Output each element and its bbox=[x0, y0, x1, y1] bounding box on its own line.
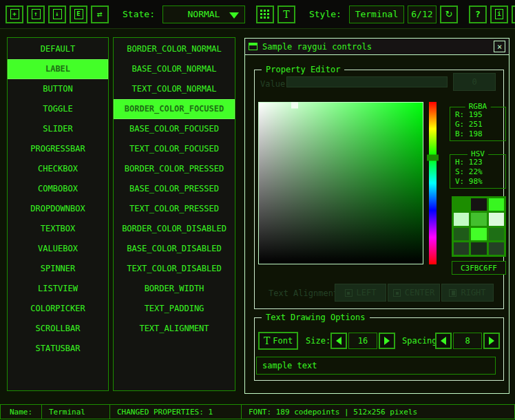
color-swatch[interactable] bbox=[489, 213, 504, 225]
control-item-slider[interactable]: SLIDER bbox=[8, 119, 108, 139]
align-right-button[interactable]: RIGHT bbox=[441, 284, 494, 302]
control-item-button[interactable]: BUTTON bbox=[8, 79, 108, 99]
grid-icon bbox=[260, 10, 269, 19]
help-button[interactable]: ? bbox=[469, 6, 487, 23]
arrow-right-icon bbox=[489, 337, 494, 345]
state-dropdown[interactable]: NORMAL bbox=[162, 6, 245, 23]
size-valuebox[interactable]: 16 bbox=[348, 333, 377, 349]
color-swatch[interactable] bbox=[471, 213, 486, 225]
control-item-toggle[interactable]: TOGGLE bbox=[8, 99, 108, 119]
control-item-statusbar[interactable]: STATUSBAR bbox=[8, 339, 108, 359]
help-icon: ? bbox=[475, 10, 481, 19]
control-item-scrollbar[interactable]: SCROLLBAR bbox=[8, 319, 108, 339]
control-item-textbox[interactable]: TEXTBOX bbox=[8, 219, 108, 239]
align-center-button[interactable]: CENTER bbox=[388, 284, 440, 302]
close-icon[interactable]: × bbox=[494, 41, 505, 52]
statusbar-style-name: Terminal bbox=[41, 404, 110, 419]
style-name-button[interactable]: Terminal bbox=[349, 6, 404, 23]
color-swatch[interactable] bbox=[489, 198, 504, 211]
spacing-decrease-button[interactable] bbox=[435, 333, 452, 349]
control-item-valuebox[interactable]: VALUEBOX bbox=[8, 239, 108, 259]
hue-slider[interactable] bbox=[429, 102, 437, 264]
info-icon: i bbox=[495, 9, 503, 19]
size-label: Size: bbox=[306, 336, 330, 346]
property-item-text_alignment[interactable]: TEXT_ALIGNMENT bbox=[114, 319, 235, 339]
property-item-base_color_pressed[interactable]: BASE_COLOR_PRESSED bbox=[114, 179, 235, 199]
value-label: Value: bbox=[260, 79, 290, 89]
control-item-spinner[interactable]: SPINNER bbox=[8, 259, 108, 279]
control-item-label[interactable]: LABEL bbox=[8, 59, 108, 79]
font-atlas-button[interactable]: T bbox=[277, 6, 295, 23]
style-counter-button[interactable]: 6/12 bbox=[408, 6, 437, 23]
control-item-colorpicker[interactable]: COLORPICKER bbox=[8, 299, 108, 319]
load-style-button[interactable]: ↑ bbox=[27, 6, 45, 23]
property-item-base_color_normal[interactable]: BASE_COLOR_NORMAL bbox=[114, 59, 235, 79]
property-item-text_color_focused[interactable]: TEXT_COLOR_FOCUSED bbox=[114, 139, 235, 159]
property-item-text_padding[interactable]: TEXT_PADDING bbox=[114, 299, 235, 319]
control-item-dropdownbox[interactable]: DROPDOWNBOX bbox=[8, 199, 108, 219]
control-item-default[interactable]: DEFAULT bbox=[8, 39, 108, 59]
property-item-text_color_disabled[interactable]: TEXT_COLOR_DISABLED bbox=[114, 259, 235, 279]
align-left-button[interactable]: LEFT bbox=[335, 284, 386, 302]
color-swatch[interactable] bbox=[454, 242, 469, 255]
new-file-icon: + bbox=[10, 9, 19, 19]
sample-textbox[interactable]: sample text bbox=[256, 357, 496, 375]
hue-slider-knob[interactable] bbox=[427, 154, 439, 160]
property-item-border_color_focused[interactable]: BORDER_COLOR_FOCUSED bbox=[114, 99, 235, 119]
control-item-combobox[interactable]: COMBOBOX bbox=[8, 179, 108, 199]
color-cursor[interactable] bbox=[291, 102, 298, 108]
about-button[interactable]: i bbox=[490, 6, 508, 23]
align-left-label: LEFT bbox=[357, 288, 377, 297]
load-font-button[interactable]: T Font bbox=[258, 332, 298, 350]
value-spinner[interactable]: 0 bbox=[453, 73, 496, 91]
color-swatch[interactable] bbox=[454, 228, 469, 240]
align-right-label: RIGHT bbox=[461, 288, 485, 297]
text-drawing-options-group: Text Drawing Options T Font Size: 16 Spa… bbox=[254, 317, 504, 381]
color-swatch[interactable] bbox=[454, 198, 469, 211]
style-table-button[interactable] bbox=[256, 6, 274, 23]
property-item-border_color_pressed[interactable]: BORDER_COLOR_PRESSED bbox=[114, 159, 235, 179]
save-style-button[interactable]: ↓ bbox=[48, 6, 66, 23]
chevron-down-icon bbox=[229, 12, 239, 19]
property-item-base_color_focused[interactable]: BASE_COLOR_FOCUSED bbox=[114, 119, 235, 139]
sample-text-value: sample text bbox=[262, 361, 317, 370]
rgba-b-value: B: 198 bbox=[455, 129, 501, 139]
color-swatch[interactable] bbox=[489, 228, 504, 240]
window-titlebar[interactable]: Sample raygui controls × bbox=[245, 39, 509, 55]
rgba-group: RGBA R: 195 G: 251 B: 198 bbox=[450, 107, 506, 141]
randomize-style-button[interactable]: ⇄ bbox=[91, 6, 109, 23]
export-file-icon: E bbox=[74, 9, 83, 19]
color-swatch[interactable] bbox=[471, 242, 486, 255]
color-swatch[interactable] bbox=[471, 198, 486, 211]
color-saturation-value-panel[interactable] bbox=[258, 102, 423, 264]
size-decrease-button[interactable] bbox=[330, 333, 347, 349]
value-slider[interactable] bbox=[286, 76, 448, 87]
property-item-base_color_disabled[interactable]: BASE_COLOR_DISABLED bbox=[114, 239, 235, 259]
spacing-valuebox[interactable]: 8 bbox=[453, 333, 482, 349]
statusbar-font-info: FONT: 189 codepoints | 512x256 pixels bbox=[241, 404, 515, 419]
reload-style-button[interactable]: ↻ bbox=[440, 6, 458, 23]
color-swatch[interactable] bbox=[454, 213, 469, 225]
sample-controls-window: Sample raygui controls × Property Editor… bbox=[244, 38, 509, 394]
open-file-icon: ↑ bbox=[32, 9, 41, 19]
hex-color-textbox[interactable]: C3FBC6FF bbox=[452, 261, 506, 275]
export-style-button[interactable]: E bbox=[70, 6, 87, 23]
color-swatch[interactable] bbox=[471, 228, 486, 240]
property-item-border_width[interactable]: BORDER_WIDTH bbox=[114, 279, 235, 299]
size-increase-button[interactable] bbox=[379, 333, 395, 349]
property-item-text_color_pressed[interactable]: TEXT_COLOR_PRESSED bbox=[114, 199, 235, 219]
style-counter-value: 6/12 bbox=[411, 9, 432, 19]
new-style-button[interactable]: + bbox=[6, 6, 23, 23]
control-item-progressbar[interactable]: PROGRESSBAR bbox=[8, 139, 108, 159]
property-item-border_color_normal[interactable]: BORDER_COLOR_NORMAL bbox=[114, 39, 235, 59]
color-swatch[interactable] bbox=[489, 242, 504, 255]
control-item-checkbox[interactable]: CHECKBOX bbox=[8, 159, 108, 179]
property-item-border_color_disabled[interactable]: BORDER_COLOR_DISABLED bbox=[114, 219, 235, 239]
value-spinner-value: 0 bbox=[472, 77, 476, 87]
spacing-increase-button[interactable] bbox=[483, 333, 500, 349]
property-editor-group: Property Editor Value: 0 RGBA R: 195 G: … bbox=[254, 70, 504, 309]
control-item-listview[interactable]: LISTVIEW bbox=[8, 279, 108, 299]
property-item-text_color_normal[interactable]: TEXT_COLOR_NORMAL bbox=[114, 79, 235, 99]
sponsor-button[interactable]: ♥ bbox=[512, 6, 515, 23]
state-dropdown-value: NORMAL bbox=[187, 9, 220, 19]
